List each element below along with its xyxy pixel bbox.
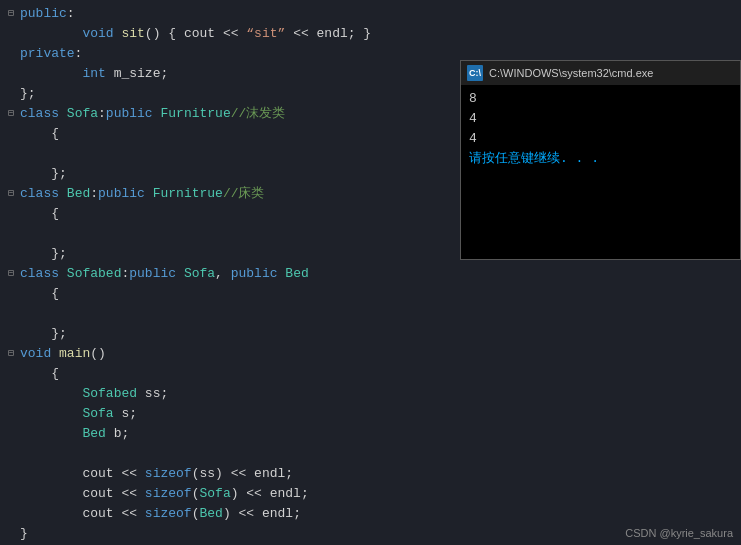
code-text: class Sofa:public Furnitrue//沫发类 (20, 104, 460, 124)
code-text: void sit() { cout << “sit” << endl; } (20, 24, 460, 44)
code-line (0, 444, 460, 464)
code-text: }; (20, 84, 460, 104)
code-line (0, 304, 460, 324)
fold-icon: ⊟ (8, 4, 20, 24)
code-text: { (20, 284, 460, 304)
code-line: void sit() { cout << “sit” << endl; } (0, 24, 460, 44)
cmd-titlebar: C:\ C:\WINDOWS\system32\cmd.exe (461, 61, 740, 85)
fold-icon: ⊟ (8, 184, 20, 204)
code-line: cout << sizeof(Bed) << endl; (0, 504, 460, 524)
code-text: }; (20, 244, 460, 264)
code-text: void main() (20, 344, 460, 364)
watermark: CSDN @kyrie_sakura (625, 527, 733, 539)
code-line: ⊟class Sofa:public Furnitrue//沫发类 (0, 104, 460, 124)
output-line-2: 4 (469, 109, 732, 129)
code-text: int m_size; (20, 64, 460, 84)
code-text: { (20, 124, 460, 144)
output-line-3: 4 (469, 129, 732, 149)
code-line: private: (0, 44, 460, 64)
code-editor: ⊟public: void sit() { cout << “sit” << e… (0, 0, 460, 545)
code-text: { (20, 204, 460, 224)
cmd-title: C:\WINDOWS\system32\cmd.exe (489, 67, 653, 79)
code-content: ⊟public: void sit() { cout << “sit” << e… (0, 0, 460, 545)
code-text: }; (20, 324, 460, 344)
code-line (0, 144, 460, 164)
code-text: private: (20, 44, 460, 64)
code-line: }; (0, 324, 460, 344)
fold-icon: ⊟ (8, 104, 20, 124)
code-text: Sofa s; (20, 404, 460, 424)
code-text: }; (20, 164, 460, 184)
code-line: ⊟class Sofabed:public Sofa, public Bed (0, 264, 460, 284)
code-text: } (20, 524, 460, 544)
code-text: cout << sizeof(Sofa) << endl; (20, 484, 460, 504)
code-line: { (0, 204, 460, 224)
code-line: cout << sizeof(Sofa) << endl; (0, 484, 460, 504)
watermark-text: CSDN @kyrie_sakura (625, 527, 733, 539)
code-text: public: (20, 4, 460, 24)
code-text: Sofabed ss; (20, 384, 460, 404)
code-line: Bed b; (0, 424, 460, 444)
code-line: { (0, 284, 460, 304)
code-line: int m_size; (0, 64, 460, 84)
cmd-body: 8 4 4 请按任意键继续. . . (461, 85, 740, 259)
cmd-icon: C:\ (467, 65, 483, 81)
code-line: { (0, 364, 460, 384)
code-text: cout << sizeof(Bed) << endl; (20, 504, 460, 524)
output-line-1: 8 (469, 89, 732, 109)
code-line: cout << sizeof(ss) << endl; (0, 464, 460, 484)
code-text: cout << sizeof(ss) << endl; (20, 464, 460, 484)
code-line: ⊟public: (0, 4, 460, 24)
fold-icon: ⊟ (8, 344, 20, 364)
code-text: { (20, 364, 460, 384)
code-line: { (0, 124, 460, 144)
code-text: Bed b; (20, 424, 460, 444)
code-line (0, 224, 460, 244)
code-line: ⊟class Bed:public Furnitrue//床类 (0, 184, 460, 204)
code-line: ⊟void main() (0, 344, 460, 364)
code-line: }; (0, 164, 460, 184)
code-line: Sofabed ss; (0, 384, 460, 404)
code-text: class Bed:public Furnitrue//床类 (20, 184, 460, 204)
code-line: }; (0, 84, 460, 104)
fold-icon: ⊟ (8, 264, 20, 284)
code-line: }; (0, 244, 460, 264)
cmd-window: C:\ C:\WINDOWS\system32\cmd.exe 8 4 4 请按… (460, 60, 741, 260)
code-line: Sofa s; (0, 404, 460, 424)
cmd-prompt: 请按任意键继续. . . (469, 149, 732, 169)
code-text: class Sofabed:public Sofa, public Bed (20, 264, 460, 284)
code-line: } (0, 524, 460, 544)
